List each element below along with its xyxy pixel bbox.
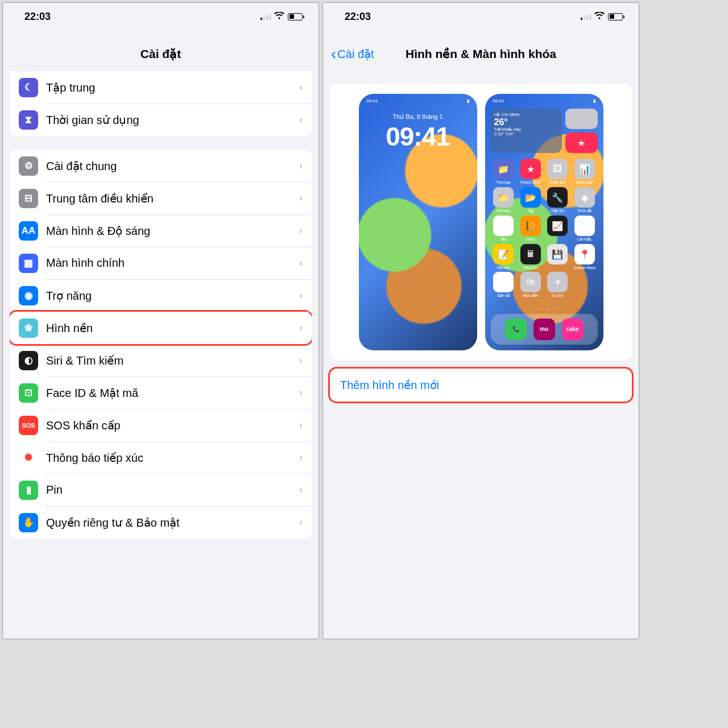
preview-status-bar: 09:41 ▮ [359, 98, 477, 104]
wifi-icon [274, 11, 284, 22]
settings-row-wallpaper[interactable]: ❀Hình nền› [10, 312, 312, 344]
battery-icon [288, 13, 303, 20]
status-icons [581, 11, 623, 22]
chevron-right-icon: › [299, 257, 303, 269]
chevron-right-icon: › [299, 114, 303, 126]
app-icon: 🖩Máy tính [518, 244, 544, 270]
chevron-right-icon: › [299, 419, 303, 431]
app-icon: 📍Google Maps [572, 244, 598, 270]
app-icon: 🔧Tiện ích [545, 187, 571, 213]
switches-icon: ⊟ [19, 189, 38, 208]
status-bar: 22:03 [3, 3, 318, 30]
lock-screen-preview[interactable]: 09:41 ▮ Thứ Ba, 9 tháng 1 09:41 [359, 94, 477, 350]
settings-row-siri[interactable]: ◐Siri & Tìm kiếm› [10, 344, 312, 377]
settings-row-accessibility[interactable]: ◉Trợ năng› [10, 279, 312, 312]
chevron-right-icon: › [299, 160, 303, 172]
chevron-right-icon: › [299, 452, 303, 464]
row-label: Cài đặt chung [38, 159, 299, 173]
privacy-icon: ✋ [19, 513, 38, 532]
row-label: Pin [38, 483, 299, 497]
chevron-right-icon: › [299, 516, 303, 528]
app-icon: 📈 [545, 216, 571, 242]
add-wallpaper-button[interactable]: Thêm hình nền mới [330, 369, 632, 402]
row-label: Màn hình chính [38, 257, 299, 270]
battery-icon: ▮ [19, 481, 38, 500]
settings-list-pane: 22:03 Cài đặt ☾Tập trung›⧗Thời gian sử d… [2, 2, 319, 639]
row-label: Thời gian sử dụng [38, 113, 299, 127]
wallpaper-icon: ❀ [19, 318, 38, 338]
row-label: Trung tâm điều khiển [38, 192, 299, 205]
settings-row-faceid[interactable]: ⊡Face ID & Mật mã› [10, 377, 312, 409]
settings-row-exposure[interactable]: ✺Thông báo tiếp xúc› [10, 441, 312, 474]
home-widgets: Hồ Chí Minh 26° Trời Nhiều mây C:32° T:2… [491, 109, 598, 153]
settings-row-grid[interactable]: ▦Màn hình chính› [10, 247, 312, 279]
settings-row-text-size[interactable]: AAMàn hình & Độ sáng› [10, 214, 312, 247]
app-icon: 🛍Mua sắm [518, 272, 544, 298]
weather-widget: Hồ Chí Minh 26° Trời Nhiều mây C:32° T:2… [491, 109, 562, 153]
widget-app-icon: ★ [565, 133, 598, 153]
siri-icon: ◐ [19, 351, 38, 370]
settings-group-1: ☾Tập trung›⧗Thời gian sử dụng› [10, 71, 312, 136]
sos-icon: SOS [19, 416, 38, 435]
lock-time: 09:41 [359, 121, 477, 152]
app-icon: 📂Tệp [518, 187, 544, 213]
settings-row-hourglass[interactable]: ⧗Thời gian sử dụng› [10, 104, 312, 136]
settings-row-privacy[interactable]: ✋Quyền riêng tư & Bảo mật› [10, 506, 312, 539]
row-label: Face ID & Mật mã [38, 386, 299, 400]
chevron-left-icon: ‹ [331, 48, 336, 60]
row-label: SOS khẩn cấp [38, 419, 299, 432]
row-label: Thông báo tiếp xúc [38, 451, 299, 465]
home-screen-preview[interactable]: 09:41 ▮ Hồ Chí Minh 26° Trời Nhiều mây C… [485, 94, 603, 350]
row-label: Quyền riêng tư & Bảo mật [38, 516, 299, 530]
moon-icon: ☾ [19, 78, 38, 97]
app-icon: ☰Lời nhắc [572, 216, 598, 242]
app-icon: ★iTunes Store [518, 159, 544, 185]
app-icon: ✈Du lịch [545, 272, 571, 298]
wallpaper-settings-pane: 22:03 ‹ Cài đặt Hình nền & Màn hình khóa… [322, 2, 639, 639]
dock-app-icon: mo [533, 318, 555, 340]
hourglass-icon: ⧗ [19, 110, 38, 130]
chevron-right-icon: › [299, 192, 303, 204]
settings-row-moon[interactable]: ☾Tập trung› [10, 71, 312, 104]
page-header-bar: ‹ Cài đặt Hình nền & Màn hình khóa [323, 30, 639, 71]
settings-content[interactable]: ☾Tập trung›⧗Thời gian sử dụng› ⚙Cài đặt … [3, 71, 318, 639]
app-icon: 📁Thư mục [491, 187, 517, 213]
wallpaper-preview-card: 09:41 ▮ Thứ Ba, 9 tháng 1 09:41 09:41 ▮ … [330, 84, 632, 361]
text-size-icon: AA [19, 221, 38, 241]
lock-date: Thứ Ba, 9 tháng 1 [359, 113, 477, 121]
cellular-icon [581, 13, 591, 20]
accessibility-icon: ◉ [19, 286, 38, 305]
settings-row-battery[interactable]: ▮Pin› [10, 474, 312, 506]
chevron-right-icon: › [299, 484, 303, 496]
status-icons [260, 11, 303, 22]
row-label: Hình nền [38, 321, 299, 335]
app-icon: 📙Sách [518, 216, 544, 242]
page-indicator: • ○ ○ ○ ○ [485, 307, 603, 311]
dock-app-icon: 📞 [505, 318, 527, 340]
settings-row-switches[interactable]: ⊟Trung tâm điều khiển› [10, 182, 312, 214]
app-icon: 📁Thư mục [491, 159, 517, 185]
cellular-icon [260, 13, 271, 20]
app-icon: 🗺Bản đồ [491, 272, 517, 298]
grid-icon: ▦ [19, 254, 38, 273]
settings-group-2: ⚙Cài đặt chung›⊟Trung tâm điều khiển›AAM… [10, 150, 312, 539]
dock-app-icon: cake [562, 318, 584, 340]
dock: 📞mocake [491, 314, 598, 345]
back-button[interactable]: ‹ Cài đặt [331, 47, 374, 61]
settings-row-sos[interactable]: SOSSOS khẩn cấp› [10, 409, 312, 441]
settings-row-gear[interactable]: ⚙Cài đặt chung› [10, 150, 312, 182]
app-icon: 📊Năng suất [572, 159, 598, 185]
gear-icon: ⚙ [19, 156, 38, 176]
chevron-right-icon: › [299, 354, 303, 366]
back-label: Cài đặt [337, 47, 374, 61]
chevron-right-icon: › [299, 225, 303, 237]
widget-app-icon [565, 109, 598, 129]
status-time: 22:03 [345, 11, 371, 23]
row-label: Siri & Tìm kiếm [38, 354, 299, 367]
battery-icon [608, 13, 623, 20]
app-icon: ◆Phím tắt [572, 187, 598, 213]
status-bar: 22:03 [323, 3, 639, 30]
app-icon: 💾 [545, 244, 571, 270]
row-label: Trợ năng [38, 289, 299, 303]
app-icon: 🗂Tệp [491, 216, 517, 242]
